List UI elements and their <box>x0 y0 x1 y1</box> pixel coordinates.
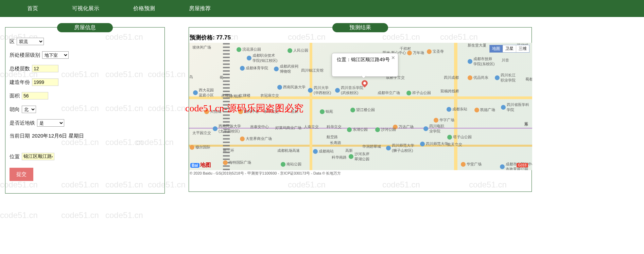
location-input[interactable] <box>22 153 54 160</box>
map-btn-satellite[interactable]: 卫星 <box>503 45 516 52</box>
price-label: 预测价格: <box>190 34 215 41</box>
form-panel-title: 房屋信息 <box>57 23 113 32</box>
year-label: 建造年份 <box>10 79 30 86</box>
map-copyright: © 2020 Baidu - GS(2019)5218号 - 甲测资字11009… <box>189 170 532 176</box>
floor-level-select[interactable]: 地下室 <box>42 51 69 59</box>
total-floors-label: 总楼层数 <box>10 66 30 72</box>
date-label: 当前日期 <box>10 133 30 139</box>
nav-predict[interactable]: 价格预测 <box>116 0 172 17</box>
info-label: 位置： <box>337 57 351 62</box>
direction-select[interactable]: 北 <box>22 106 36 113</box>
floor-level-label: 所处楼层级别 <box>10 52 40 58</box>
area-input[interactable] <box>22 92 48 99</box>
house-info-panel: 区 双流 所处楼层级别 地下室 总楼层数 建造年份 面积 朝向 北 <box>5 27 165 194</box>
nav-recommend[interactable]: 房屋推荐 <box>172 0 228 17</box>
location-label: 位置 <box>10 153 20 160</box>
total-floors-input[interactable] <box>32 65 58 72</box>
direction-label: 朝向 <box>10 106 20 113</box>
map-btn-normal[interactable]: 地图 <box>490 45 503 52</box>
district-label: 区 <box>10 38 15 45</box>
submit-button[interactable]: 提交 <box>10 168 33 181</box>
year-input[interactable] <box>32 78 58 86</box>
navbar: 首页 可视化展示 价格预测 房屋推荐 <box>0 0 644 17</box>
result-panel-title: 预测结果 <box>332 23 388 32</box>
district-select[interactable]: 双流 <box>17 38 44 45</box>
map-info-window: ✕ 位置：锦江区顺江路49号 <box>332 53 398 77</box>
result-panel: 预测价格: 77.75 坡休闲广场 浣花溪公园 人民公园 成都职业技术 学院(锦… <box>189 27 532 192</box>
price-value: 77.75 <box>216 34 231 41</box>
baidu-map-logo: Bai地图 <box>190 162 211 169</box>
info-value: 锦江区顺江路49号 <box>351 57 390 62</box>
date-value: 2020年12月6日 星期日 <box>32 133 84 139</box>
map-container[interactable]: 坡休闲广场 浣花溪公园 人民公园 成都职业技术 学院(锦江校区) 成都远洋 阳光… <box>189 43 532 170</box>
map-type-buttons: 地图 卫星 三维 <box>489 45 529 53</box>
subway-select[interactable]: 是 <box>37 119 64 127</box>
close-icon[interactable]: ✕ <box>391 55 395 60</box>
map-btn-3d[interactable]: 三维 <box>516 45 529 52</box>
nav-home[interactable]: 首页 <box>10 0 55 17</box>
g318-badge: G318 <box>517 163 528 167</box>
nav-visual[interactable]: 可视化展示 <box>55 0 116 17</box>
area-label: 面积 <box>10 93 20 99</box>
subway-label: 是否近地铁 <box>10 120 35 126</box>
